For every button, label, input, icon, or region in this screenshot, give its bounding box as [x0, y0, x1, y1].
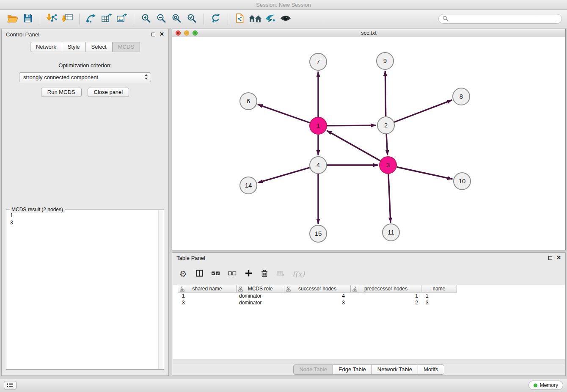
network-canvas[interactable]: 7968124314101511: [172, 37, 565, 250]
import-network-button[interactable]: [44, 12, 60, 26]
graph-node-label: 1: [317, 122, 320, 129]
network-window-titlebar[interactable]: scc.txt: [172, 29, 565, 37]
graph-node-label: 2: [384, 121, 388, 129]
main-toolbar: [0, 10, 567, 28]
open-file-button[interactable]: [5, 12, 20, 26]
zoom-selected-button[interactable]: [184, 12, 199, 26]
show-hide-button[interactable]: [278, 12, 293, 26]
save-session-button[interactable]: [20, 12, 36, 26]
graph-node-9[interactable]: 9: [377, 52, 394, 69]
cell-shared-name[interactable]: 3: [178, 299, 237, 306]
graph-edge-1-6[interactable]: [258, 105, 310, 123]
graph-node-7[interactable]: 7: [310, 53, 327, 70]
apply-style-button[interactable]: [263, 12, 278, 26]
zoom-fit-button[interactable]: [169, 12, 184, 26]
mcds-result-item[interactable]: 1: [7, 210, 158, 219]
add-row-button[interactable]: [244, 270, 253, 278]
export-table-icon: [101, 13, 112, 25]
result-scrollbar[interactable]: [158, 210, 163, 369]
first-neighbors-button[interactable]: [248, 12, 263, 26]
column-header-successor-nodes[interactable]: successor nodes: [284, 285, 351, 293]
houses-icon: [248, 14, 262, 24]
graph-node-8[interactable]: 8: [453, 88, 470, 105]
tab-edge-table[interactable]: Edge Table: [333, 364, 372, 375]
cell-mcds-role[interactable]: dominator: [237, 293, 284, 299]
table-row[interactable]: 1 dominator 4 1 1: [178, 293, 565, 299]
graph-edge-1-2[interactable]: [327, 125, 376, 126]
close-panel-button[interactable]: Close panel: [88, 88, 129, 97]
column-header-predecessor-nodes[interactable]: predecessor nodes: [351, 285, 421, 293]
import-table-button[interactable]: [60, 12, 75, 26]
search-input[interactable]: [450, 16, 558, 22]
float-panel-icon[interactable]: [151, 33, 155, 36]
tab-select[interactable]: Select: [86, 42, 113, 52]
mcds-result-list[interactable]: 1 3: [7, 210, 158, 369]
select-all-button[interactable]: [211, 271, 220, 277]
window-close-icon[interactable]: [176, 30, 181, 36]
graph-edge-2-9[interactable]: [385, 71, 385, 116]
criterion-dropdown[interactable]: strongly connected component: [19, 72, 151, 82]
refresh-button[interactable]: [208, 12, 223, 26]
cell-predecessor-nodes[interactable]: 2: [351, 299, 421, 306]
search-icon: [443, 16, 448, 22]
column-header-mcds-role[interactable]: MCDS role: [237, 285, 284, 293]
graph-edge-3-10[interactable]: [397, 167, 453, 179]
tab-node-table[interactable]: Node Table: [293, 364, 333, 375]
delete-row-button[interactable]: [260, 270, 269, 279]
cell-name[interactable]: 3: [421, 299, 457, 306]
window-minimize-icon[interactable]: [184, 30, 189, 36]
graph-node-10[interactable]: 10: [454, 173, 471, 190]
import-network-icon: [47, 13, 58, 25]
tab-style[interactable]: Style: [62, 42, 86, 52]
graph-node-4[interactable]: 4: [310, 157, 327, 174]
graph-node-6[interactable]: 6: [240, 93, 257, 110]
table-settings-button[interactable]: ⚙: [179, 270, 187, 278]
graph-node-14[interactable]: 14: [240, 177, 257, 194]
table-row[interactable]: 3 dominator 3 2 3: [178, 299, 565, 306]
show-columns-button[interactable]: [195, 270, 204, 278]
zoom-out-button[interactable]: [154, 12, 169, 26]
cell-successor-nodes[interactable]: 4: [284, 293, 351, 299]
graph-node-3[interactable]: 3: [380, 157, 396, 174]
export-network-button[interactable]: [232, 12, 248, 26]
graph-node-2[interactable]: 2: [377, 117, 394, 134]
close-panel-icon[interactable]: ✕: [160, 32, 164, 36]
cell-shared-name[interactable]: 1: [178, 293, 237, 299]
tab-mcds[interactable]: MCDS: [113, 42, 140, 52]
control-panel: Control Panel ✕ Network Style Select MCD…: [1, 29, 169, 376]
control-panel-title: Control Panel: [6, 31, 39, 38]
graph-edge-3-11[interactable]: [388, 174, 391, 223]
cell-name[interactable]: 1: [421, 293, 457, 299]
window-zoom-icon[interactable]: [193, 30, 198, 36]
table-header-row: shared name MCDS role successor nodes pr…: [173, 285, 565, 293]
tab-motifs[interactable]: Motifs: [418, 364, 444, 375]
tab-network-table[interactable]: Network Table: [372, 364, 418, 375]
tab-network[interactable]: Network: [30, 42, 62, 52]
table-horizontal-scrollbar[interactable]: [173, 359, 565, 364]
apply-function-button[interactable]: f(x): [292, 270, 305, 278]
close-table-panel-icon[interactable]: ✕: [556, 256, 561, 260]
delete-table-button[interactable]: [276, 271, 285, 278]
graph-edge-2-3[interactable]: [386, 134, 388, 155]
column-header-shared-name[interactable]: shared name: [178, 285, 237, 293]
cell-predecessor-nodes[interactable]: 1: [351, 293, 421, 299]
graph-edge-3-1[interactable]: [327, 130, 380, 160]
graph-edge-4-14[interactable]: [258, 168, 310, 183]
column-header-name[interactable]: name: [421, 285, 457, 293]
memory-button[interactable]: Memory: [528, 381, 563, 390]
new-network-button[interactable]: [84, 12, 99, 26]
mcds-result-item[interactable]: 3: [7, 219, 158, 226]
export-image-button[interactable]: [114, 12, 129, 26]
float-table-panel-icon[interactable]: [548, 256, 552, 260]
deselect-all-button[interactable]: [228, 271, 237, 277]
export-table-button[interactable]: [99, 12, 114, 26]
cell-successor-nodes[interactable]: 3: [284, 299, 351, 306]
graph-edge-2-8[interactable]: [394, 100, 452, 122]
graph-node-1[interactable]: 1: [310, 117, 327, 134]
graph-node-15[interactable]: 15: [310, 225, 327, 242]
zoom-in-button[interactable]: [138, 12, 154, 26]
run-mcds-button[interactable]: Run MCDS: [41, 88, 82, 97]
task-history-button[interactable]: [4, 381, 17, 389]
cell-mcds-role[interactable]: dominator: [237, 299, 284, 306]
graph-node-11[interactable]: 11: [383, 224, 399, 241]
